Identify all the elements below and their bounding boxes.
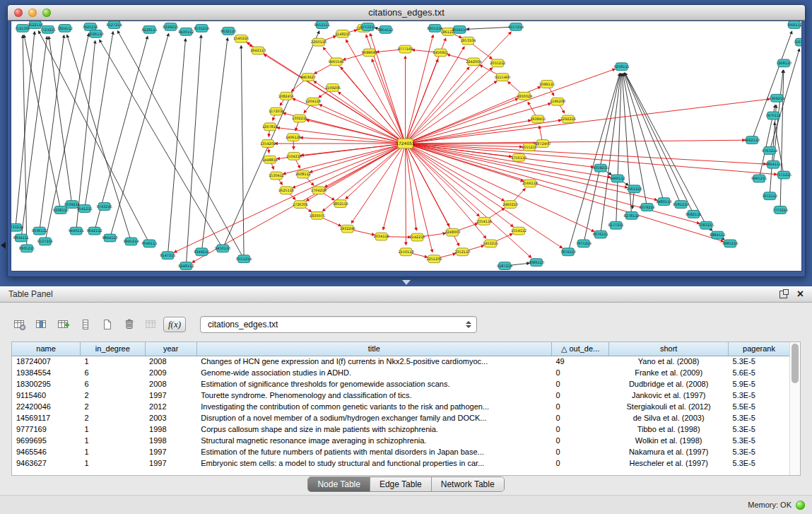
graph-node[interactable]: 1082456: [278, 92, 294, 100]
graph-node[interactable]: 8581214: [673, 201, 688, 209]
table-cell[interactable]: de Silva et al. (2003): [609, 412, 729, 424]
graph-node[interactable]: 1099115: [539, 81, 555, 88]
table-cell[interactable]: 0: [551, 435, 608, 446]
graph-node[interactable]: 7470111: [765, 112, 781, 119]
graph-node[interactable]: 9777169: [397, 45, 413, 53]
graph-edge[interactable]: [406, 140, 746, 144]
column-header-pagerank[interactable]: pagerank: [729, 342, 789, 356]
graph-edge[interactable]: [406, 144, 406, 245]
table-cell[interactable]: Stergiakouli et al. (2012): [609, 401, 729, 412]
column-header-name[interactable]: name: [12, 342, 81, 356]
table-cell[interactable]: Hescheler et al. (1997): [609, 457, 729, 469]
table-cell[interactable]: 0: [551, 424, 608, 435]
graph-edge[interactable]: [186, 35, 201, 266]
table-cell[interactable]: Structural magnetic resonance image aver…: [196, 435, 551, 446]
graph-node[interactable]: 2251206: [426, 255, 442, 263]
float-panel-icon[interactable]: [779, 291, 787, 298]
show-columns-icon[interactable]: [32, 315, 51, 334]
graph-node[interactable]: 2566118: [522, 180, 538, 187]
graph-edge[interactable]: [625, 73, 681, 204]
graph-node[interactable]: 1642113: [250, 47, 266, 54]
graph-node[interactable]: 1540216: [233, 35, 249, 42]
table-cell[interactable]: Genome-wide association studies in ADHD.: [196, 367, 551, 378]
graph-node[interactable]: 7369214: [769, 94, 784, 102]
table-cell[interactable]: 9463627: [12, 457, 81, 469]
graph-node[interactable]: 8753215: [360, 23, 376, 30]
window-close-button[interactable]: [14, 8, 23, 17]
table-cell[interactable]: Estimation of the future numbers of pati…: [196, 446, 551, 457]
graph-node[interactable]: 1608112: [295, 170, 311, 178]
table-cell[interactable]: 0: [551, 401, 608, 412]
graph-node[interactable]: 8884112: [710, 231, 725, 239]
table-cell[interactable]: 2008: [145, 356, 196, 367]
table-cell[interactable]: 1: [81, 446, 145, 457]
graph-node[interactable]: 9743216: [97, 203, 112, 211]
window-titlebar[interactable]: citations_edges.txt: [8, 5, 805, 21]
table-cell[interactable]: Wolkin et al. (1998): [609, 435, 729, 446]
table-cell[interactable]: 1997: [145, 446, 196, 457]
graph-node[interactable]: 7066112: [787, 21, 801, 28]
graph-edge[interactable]: [110, 33, 169, 238]
graph-node[interactable]: 9187214: [497, 262, 512, 270]
table-cell[interactable]: 9465546: [12, 446, 81, 457]
graph-edge[interactable]: [406, 47, 465, 144]
table-cell[interactable]: 0: [551, 390, 608, 401]
graph-edge[interactable]: [241, 46, 244, 259]
graph-node[interactable]: 1504216: [286, 152, 302, 160]
graph-node[interactable]: 9036112: [32, 227, 47, 235]
tab-network-table[interactable]: Network Table: [432, 477, 504, 491]
table-row[interactable]: 1872400712008Changes of HCN gene express…: [12, 356, 789, 367]
table-cell[interactable]: 5.6E-5: [729, 367, 789, 378]
graph-node[interactable]: 9086110: [529, 259, 544, 267]
table-cell[interactable]: 5.3E-5: [729, 390, 789, 401]
window-zoom-button[interactable]: [42, 8, 51, 17]
graph-node[interactable]: 2460210: [502, 201, 518, 209]
graph-node[interactable]: 7723215: [40, 25, 56, 33]
table-cell[interactable]: 5.3E-5: [729, 446, 789, 457]
table-cell[interactable]: 6: [81, 378, 145, 390]
graph-node[interactable]: 2150118: [398, 248, 413, 256]
graph-node[interactable]: 9440111: [69, 227, 84, 235]
graph-edge[interactable]: [406, 103, 551, 144]
graph-node[interactable]: 9157214: [508, 23, 524, 30]
table-cell[interactable]: 2008: [145, 378, 196, 390]
graph-node[interactable]: 9460112: [610, 175, 625, 182]
graph-edge[interactable]: [310, 144, 405, 173]
graph-node[interactable]: 1756110: [511, 153, 526, 161]
graph-node[interactable]: 2055212: [490, 59, 505, 67]
table-cell[interactable]: 1: [81, 356, 145, 367]
graph-node[interactable]: 8349216: [194, 248, 209, 256]
graph-node[interactable]: 9463627: [300, 74, 316, 81]
tab-node-table[interactable]: Node Table: [308, 477, 370, 491]
table-cell[interactable]: 1998: [145, 435, 196, 446]
graph-node[interactable]: 1704219: [311, 187, 326, 194]
graph-node[interactable]: 1302215: [292, 115, 307, 122]
graph-edge[interactable]: [616, 74, 622, 226]
graph-node[interactable]: 1530412: [269, 172, 284, 180]
graph-node[interactable]: 7874110: [560, 248, 576, 256]
table-cell[interactable]: Investigating the contribution of common…: [196, 401, 551, 412]
table-cell[interactable]: Jankovic et al. (1997): [609, 390, 729, 401]
splitter-handle[interactable]: [402, 280, 411, 285]
graph-edge[interactable]: [351, 144, 405, 223]
graph-node[interactable]: 8430112: [178, 28, 194, 35]
graph-node[interactable]: 7268110: [776, 59, 792, 67]
graph-node[interactable]: 7824112: [57, 24, 73, 32]
graph-edge[interactable]: [23, 35, 27, 249]
table-cell[interactable]: 9115460: [12, 390, 81, 401]
table-cell[interactable]: 0: [551, 378, 608, 390]
graph-node[interactable]: 1830075: [310, 211, 325, 219]
graph-hub-node[interactable]: 1724051: [396, 139, 415, 148]
graph-node[interactable]: 8935215: [19, 245, 35, 252]
new-file-icon[interactable]: [98, 315, 117, 334]
graph-node[interactable]: 1655216: [522, 144, 537, 151]
table-cell[interactable]: Franke et al. (2009): [609, 367, 729, 378]
graph-node[interactable]: 8076111: [593, 230, 608, 238]
graph-node[interactable]: 1292216: [560, 115, 576, 123]
graph-node[interactable]: 8632110: [220, 27, 236, 35]
table-cell[interactable]: 19384554: [12, 367, 81, 378]
graph-edge[interactable]: [24, 35, 61, 210]
graph-node[interactable]: 1109206: [325, 83, 341, 91]
graph-edge[interactable]: [383, 144, 405, 230]
table-cell[interactable]: 1997: [145, 390, 196, 401]
